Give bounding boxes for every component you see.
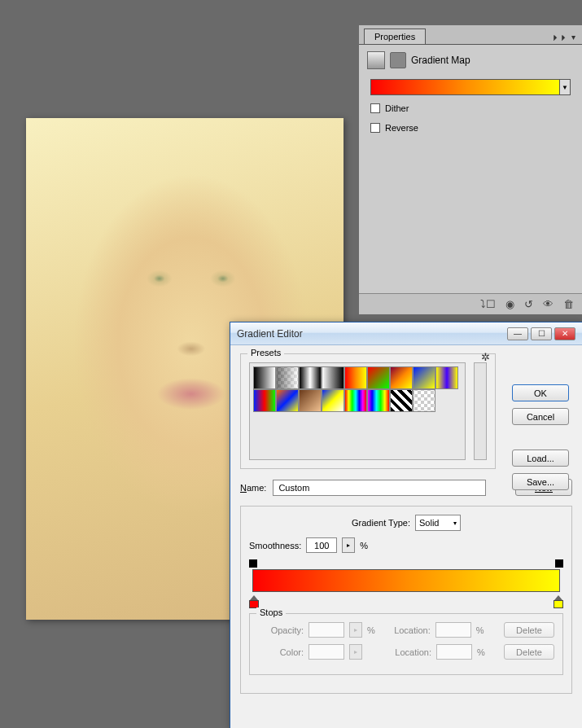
percent-label: %: [476, 625, 484, 635]
preset-swatch[interactable]: [344, 366, 367, 389]
preset-swatch[interactable]: [253, 366, 276, 389]
dither-label: Dither: [385, 103, 409, 113]
preset-swatch[interactable]: [276, 389, 299, 412]
preset-swatch-grid: [249, 362, 466, 460]
reverse-checkbox[interactable]: [370, 123, 380, 133]
properties-panel: Properties ⏵⏵ ▾ Gradient Map ▼ Dither Re…: [358, 24, 582, 315]
gradient-ramp-editor[interactable]: [249, 559, 563, 605]
gradient-type-select[interactable]: Solid▾: [415, 515, 461, 531]
gradient-ramp[interactable]: [252, 569, 560, 592]
gradient-settings-group: Gradient Type: Solid▾ Smoothness: ▸ % St…: [240, 506, 572, 694]
percent-label: %: [367, 625, 375, 635]
location-label: Location:: [381, 647, 431, 657]
view-previous-icon[interactable]: ◉: [505, 298, 514, 310]
preset-swatch[interactable]: [413, 366, 435, 389]
toggle-visibility-icon[interactable]: 👁: [543, 298, 554, 310]
preset-swatch[interactable]: [253, 389, 276, 412]
adjustment-title: Gradient Map: [411, 55, 470, 66]
adjustment-header: Gradient Map: [359, 45, 582, 76]
delete-opacity-stop-button: Delete: [504, 622, 554, 638]
reverse-row: Reverse: [370, 123, 571, 133]
properties-tab[interactable]: Properties: [364, 29, 426, 44]
color-swatch-input: [309, 644, 344, 660]
color-stop-right[interactable]: [554, 595, 563, 607]
preset-swatch[interactable]: [299, 389, 322, 412]
opacity-label: Opacity:: [258, 625, 304, 635]
smoothness-label: Smoothness:: [249, 541, 301, 550]
percent-label: %: [477, 647, 485, 657]
dialog-button-column: OK Cancel Load... Save...: [512, 384, 569, 490]
color-picker-button: ▸: [349, 644, 362, 660]
layer-mask-icon: [390, 52, 406, 68]
dialog-body: OK Cancel Load... Save... Presets: [230, 345, 582, 728]
dialog-titlebar[interactable]: Gradient Editor — ☐ ✕: [230, 322, 582, 345]
window-minimize-button[interactable]: —: [507, 327, 528, 340]
gradient-map-icon: [367, 51, 385, 69]
preset-swatch[interactable]: [322, 366, 344, 389]
preset-swatch[interactable]: [322, 389, 344, 412]
opacity-spinner: ▸: [349, 622, 362, 638]
preset-swatch[interactable]: [390, 389, 413, 412]
reset-icon[interactable]: ↺: [524, 298, 533, 310]
save-button[interactable]: Save...: [512, 473, 569, 490]
smoothness-spinner[interactable]: ▸: [342, 537, 355, 553]
name-label: Name:: [240, 483, 266, 493]
presets-group: Presets: [240, 353, 496, 469]
gradient-name-input[interactable]: [273, 480, 486, 496]
preset-swatch[interactable]: [276, 366, 299, 389]
window-maximize-button[interactable]: ☐: [531, 327, 552, 340]
load-button[interactable]: Load...: [512, 450, 569, 467]
preset-swatch[interactable]: [390, 366, 413, 389]
cancel-button[interactable]: Cancel: [512, 408, 569, 425]
opacity-location-input: [435, 622, 471, 638]
smoothness-row: Smoothness: ▸ %: [249, 537, 563, 553]
delete-adjustment-icon[interactable]: 🗑: [563, 298, 574, 310]
delete-color-stop-button: Delete: [504, 644, 554, 660]
preset-swatch[interactable]: [367, 389, 390, 412]
gradient-preview[interactable]: [370, 79, 559, 95]
gradient-editor-dialog: Gradient Editor — ☐ ✕ OK Cancel Load... …: [230, 322, 582, 728]
gradient-preview-row: ▼: [370, 79, 571, 95]
preset-scrollbar[interactable]: [474, 362, 487, 460]
dither-checkbox[interactable]: [370, 103, 380, 113]
stops-group: Stops Opacity: ▸ % Location: % Delete Co…: [249, 613, 563, 675]
panel-collapse-icon[interactable]: ⏵⏵: [554, 31, 566, 42]
opacity-stop-right[interactable]: [555, 559, 563, 568]
percent-label: %: [360, 541, 368, 550]
preset-swatch[interactable]: [299, 366, 322, 389]
preset-swatch[interactable]: [367, 366, 390, 389]
dither-row: Dither: [370, 103, 571, 113]
gradient-type-row: Gradient Type: Solid▾: [249, 515, 563, 531]
preset-swatch[interactable]: [413, 389, 435, 412]
ok-button[interactable]: OK: [512, 384, 569, 401]
panel-menu-icon[interactable]: ▾: [567, 31, 579, 42]
preset-swatch[interactable]: [344, 389, 367, 412]
presets-label: Presets: [247, 348, 284, 357]
dialog-title: Gradient Editor: [237, 328, 303, 340]
preset-gear-icon[interactable]: ✲: [481, 351, 490, 363]
location-label: Location:: [380, 625, 431, 635]
window-close-button[interactable]: ✕: [554, 327, 575, 340]
color-stop-row: Color: ▸ Location: % Delete: [258, 644, 554, 660]
panel-footer: ⤵☐ ◉ ↺ 👁 🗑: [359, 293, 582, 314]
gradient-type-label: Gradient Type:: [352, 518, 410, 528]
preset-swatch[interactable]: [435, 366, 458, 389]
opacity-input: [309, 622, 344, 638]
opacity-stop-left[interactable]: [249, 559, 257, 568]
reverse-label: Reverse: [385, 123, 418, 133]
color-label: Color:: [258, 647, 304, 657]
gradient-dropdown-button[interactable]: ▼: [559, 79, 571, 95]
stops-label: Stops: [256, 607, 286, 617]
color-location-input: [436, 644, 472, 660]
smoothness-input[interactable]: [306, 537, 337, 553]
color-stop-left[interactable]: [249, 595, 259, 607]
opacity-stop-row: Opacity: ▸ % Location: % Delete: [258, 622, 554, 638]
panel-tab-row: Properties ⏵⏵ ▾: [359, 25, 582, 45]
clip-to-layer-icon[interactable]: ⤵☐: [480, 298, 496, 310]
